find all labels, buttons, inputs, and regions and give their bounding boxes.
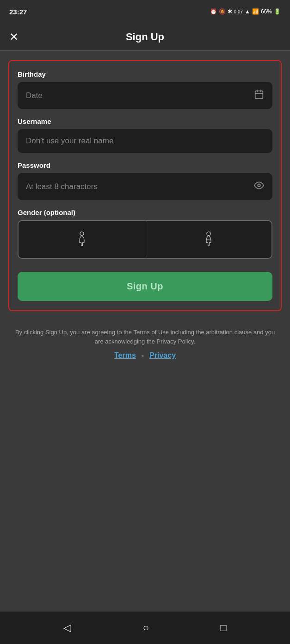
male-gender-button[interactable] [19, 221, 145, 258]
password-field-group: Password [18, 161, 272, 200]
signup-form: Birthday Username Password [8, 60, 282, 311]
recents-button[interactable]: □ [220, 622, 226, 634]
battery-level: 66% [261, 8, 272, 15]
legal-text: By clicking Sign Up, you are agreeing to… [10, 328, 280, 346]
birthday-label: Birthday [18, 70, 272, 78]
female-gender-button[interactable] [145, 221, 271, 258]
bluetooth-icon: ✱ [228, 8, 232, 15]
legal-links: Terms - Privacy [10, 351, 280, 360]
password-input-wrapper[interactable] [18, 173, 272, 200]
status-bar: 23:27 ⏰ 🔕 ✱ 0.07 ▲ 📶 66% 🔋 [0, 0, 290, 23]
wifi-icon: ▲ [245, 8, 250, 15]
username-input[interactable] [26, 136, 264, 146]
gender-selector [18, 220, 272, 259]
close-button[interactable]: ✕ [9, 31, 19, 43]
birthday-input[interactable] [26, 91, 254, 100]
home-button[interactable]: ○ [143, 622, 149, 634]
signal-icon: 📶 [252, 8, 259, 15]
svg-point-5 [80, 232, 83, 235]
notification-icon: 🔕 [219, 8, 226, 15]
status-icons: ⏰ 🔕 ✱ 0.07 ▲ 📶 66% 🔋 [210, 8, 281, 15]
calendar-icon [254, 89, 264, 102]
username-field-group: Username [18, 117, 272, 153]
gender-label: Gender (optional) [18, 209, 272, 216]
status-time: 23:27 [9, 8, 27, 16]
svg-rect-0 [255, 91, 263, 99]
eye-icon[interactable] [254, 180, 264, 193]
male-icon [74, 231, 90, 248]
svg-point-6 [206, 232, 210, 235]
privacy-link[interactable]: Privacy [149, 351, 176, 360]
password-label: Password [18, 161, 272, 169]
signup-button[interactable]: Sign Up [18, 272, 272, 301]
battery-icon: 🔋 [274, 8, 281, 15]
birthday-field-group: Birthday [18, 70, 272, 109]
password-input[interactable] [26, 182, 254, 191]
female-icon [200, 231, 217, 248]
username-input-wrapper[interactable] [18, 129, 272, 153]
birthday-input-wrapper[interactable] [18, 82, 272, 109]
page-title: Sign Up [126, 31, 164, 43]
username-label: Username [18, 117, 272, 125]
alarm-icon: ⏰ [210, 8, 217, 15]
gender-field-group: Gender (optional) [18, 209, 272, 259]
legal-separator: - [142, 351, 144, 360]
bottom-nav: ◁ ○ □ [0, 612, 290, 644]
svg-point-4 [258, 184, 260, 187]
legal-section: By clicking Sign Up, you are agreeing to… [0, 320, 290, 367]
header: ✕ Sign Up [0, 23, 290, 51]
back-button[interactable]: ◁ [63, 622, 71, 634]
data-icon: 0.07 [234, 9, 243, 14]
terms-link[interactable]: Terms [114, 351, 136, 360]
